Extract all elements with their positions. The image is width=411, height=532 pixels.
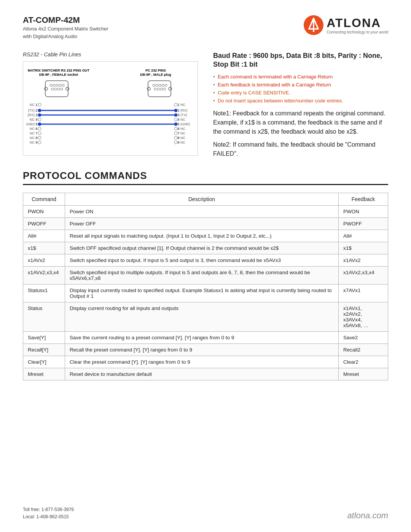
page-footer: Toll free: 1-877-536-3976 Local: 1-408-9…	[23, 506, 388, 521]
bullet-feedback-terminated: Each feedback is terminated with a Carri…	[213, 82, 388, 88]
cell-command: Status	[23, 302, 65, 331]
product-title: AT-COMP-42M	[23, 15, 108, 25]
atlona-wordmark: ATLONA	[327, 16, 388, 30]
note1-text: Note1: Feedback for a command repeats th…	[213, 109, 388, 136]
svg-point-78	[38, 136, 41, 139]
cell-feedback: x7AVx1	[339, 284, 388, 302]
cell-command: Mreset	[23, 368, 65, 380]
svg-text:5: 5	[177, 122, 179, 126]
svg-text:DB-9P , MALE plug: DB-9P , MALE plug	[140, 73, 171, 77]
cell-description: Reset all input signals to matching outp…	[65, 230, 339, 242]
pin-diagram-svg: MATRIX SWITCHER RS 232 PINS OUT DB-9P , …	[26, 66, 190, 150]
cell-feedback: Mreset	[339, 368, 388, 380]
cell-description: Display current routing for all inputs a…	[65, 302, 339, 331]
svg-text:(GND): (GND)	[180, 122, 190, 126]
svg-text:(RX): (RX)	[28, 113, 35, 117]
svg-point-15	[57, 88, 60, 90]
svg-point-36	[174, 103, 177, 106]
svg-text:NC: NC	[180, 131, 185, 135]
svg-text:1: 1	[35, 103, 37, 107]
cell-command: PWOFF	[23, 217, 65, 230]
protocol-section: PROTOCOL COMMANDS Command Description Fe…	[23, 170, 388, 380]
svg-point-18	[66, 87, 69, 90]
cell-description: Switch specified input to output. If inp…	[65, 254, 339, 266]
svg-text:2: 2	[177, 109, 179, 112]
svg-point-30	[169, 87, 172, 90]
svg-point-41	[174, 109, 177, 112]
svg-point-22	[159, 84, 161, 86]
svg-text:3: 3	[35, 113, 37, 117]
svg-point-8	[50, 84, 52, 86]
cell-description: Reset device to manufacture default	[65, 368, 339, 380]
local-number: Local: 1-408-962-0515	[23, 513, 74, 521]
svg-point-21	[156, 84, 158, 86]
cell-feedback: Recall2	[339, 343, 388, 356]
svg-text:NC: NC	[30, 118, 35, 121]
baud-rate-list: Each command is terminated with a Carria…	[213, 74, 388, 104]
svg-text:(RX): (RX)	[180, 109, 188, 112]
svg-text:6: 6	[177, 127, 179, 131]
svg-text:PC 232 PINS: PC 232 PINS	[145, 69, 166, 72]
atlona-icon	[304, 15, 323, 35]
cell-description: Save the current routing to a preset com…	[65, 331, 339, 343]
table-row: MresetReset device to manufacture defaul…	[23, 368, 388, 380]
cell-command: PWON	[23, 205, 65, 217]
bullet-3-text: Code entry is CASE SENSITIVE.	[218, 90, 290, 96]
cell-command: x1AVx2	[23, 254, 65, 266]
svg-text:8: 8	[177, 136, 179, 140]
table-row: All#Reset all input signals to matching …	[23, 230, 388, 242]
protocol-title: PROTOCOL COMMANDS	[23, 170, 388, 185]
cell-description: Switch specified input to multiple outpu…	[65, 266, 339, 284]
svg-text:3: 3	[177, 113, 179, 117]
svg-text:4: 4	[35, 118, 37, 121]
cell-description: Recall the preset command [Y]. [Y] range…	[65, 343, 339, 356]
svg-text:NC: NC	[30, 136, 35, 140]
svg-text:4: 4	[177, 118, 179, 121]
table-row: StatusDisplay current routing for all in…	[23, 302, 388, 331]
rs232-section: RS232 - Cable Pin Lines MATRIX SWITCHER …	[23, 51, 388, 158]
rs232-diagram: MATRIX SWITCHER RS 232 PINS OUT DB-9P , …	[23, 61, 198, 156]
svg-point-46	[38, 113, 41, 117]
cell-feedback: x1AVx2,x3,x4	[339, 266, 388, 284]
table-row: x1$Switch OFF specificed output channel …	[23, 242, 388, 254]
svg-text:9: 9	[35, 141, 37, 144]
svg-text:5: 5	[35, 122, 37, 126]
svg-point-16	[61, 88, 63, 90]
svg-text:8: 8	[35, 136, 37, 140]
bullet-no-spaces: Do not insert spaces between letter/numb…	[213, 98, 388, 104]
table-row: Clear[Y]Clear the preset command [Y]. [Y…	[23, 356, 388, 368]
svg-point-11	[59, 84, 61, 86]
table-header-row: Command Description Feedback	[23, 193, 388, 205]
cell-description: Power OFF	[65, 217, 339, 230]
svg-text:6: 6	[35, 127, 37, 131]
cell-command: x1AVx2,x3,x4	[23, 266, 65, 284]
header-description: Description	[65, 193, 339, 205]
svg-text:1: 1	[177, 103, 179, 107]
svg-point-33	[38, 103, 41, 106]
svg-point-84	[38, 141, 41, 144]
svg-text:7: 7	[35, 131, 37, 135]
svg-point-10	[56, 84, 58, 86]
svg-point-39	[38, 109, 41, 112]
svg-point-25	[154, 88, 156, 90]
bullet-4-text: Do not insert spaces between letter/numb…	[218, 98, 343, 104]
product-info: AT-COMP-42M Atlona 4x2 Component Matrix …	[23, 15, 108, 40]
svg-text:NC: NC	[30, 103, 35, 107]
bullet-command-terminated: Each command is terminated with a Carria…	[213, 74, 388, 80]
svg-point-23	[162, 84, 164, 86]
svg-text:NC: NC	[180, 118, 185, 121]
svg-point-75	[174, 132, 177, 135]
cell-feedback: x1AVx1, x2AVx2, x3AVx4, x5AVx8, …	[339, 302, 388, 331]
svg-point-14	[54, 88, 57, 90]
cell-command: Clear[Y]	[23, 356, 65, 368]
svg-point-24	[165, 84, 167, 86]
table-row: Statusx1Display input currently routed t…	[23, 284, 388, 302]
svg-point-53	[38, 118, 41, 121]
svg-point-87	[174, 141, 177, 144]
svg-point-28	[163, 88, 166, 90]
svg-text:NC: NC	[30, 127, 35, 131]
header-feedback: Feedback	[339, 193, 388, 205]
table-row: x1AVx2Switch specified input to output. …	[23, 254, 388, 266]
cell-feedback: x1AVx2	[339, 254, 388, 266]
svg-text:(TX): (TX)	[180, 113, 187, 117]
